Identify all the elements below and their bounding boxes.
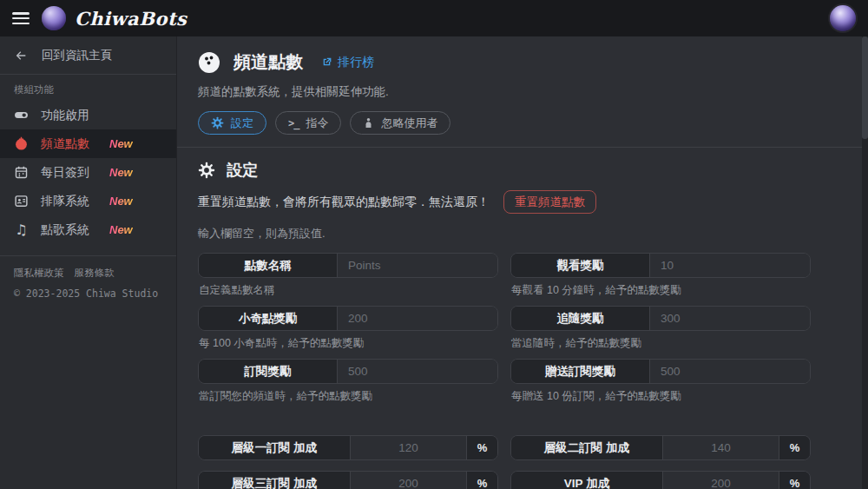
gear-icon (211, 116, 224, 129)
percent-suffix: % (466, 436, 497, 459)
points-ball-icon (198, 51, 220, 74)
tab-label: 忽略使用者 (381, 116, 437, 131)
points-name-input[interactable] (338, 254, 497, 277)
sidebar-item-label: 頻道點數 (41, 136, 89, 152)
form-spacer (198, 412, 811, 435)
sidebar: 回到資訊主頁 模組功能 功能啟用 頻道點數 New 每日簽到 New (0, 36, 177, 489)
field-label: 層級二訂閱 加成 (511, 436, 663, 459)
new-badge: New (109, 166, 133, 179)
reset-points-button[interactable]: 重置頻道點數 (503, 190, 596, 214)
scrollbar-track[interactable] (862, 36, 868, 489)
field-tier1-bonus: 層級一訂閱 加成 % (198, 435, 498, 460)
field-label: 贈送訂閱獎勵 (511, 360, 650, 383)
field-gift-sub-reward: 贈送訂閱獎勵 每贈送 10 份訂閱，給予的點數獎勵 (510, 359, 811, 412)
user-avatar[interactable] (830, 5, 856, 31)
field-label: 點數名稱 (199, 254, 338, 277)
vip-bonus-input[interactable] (663, 472, 779, 489)
tab-commands[interactable]: >_ 指令 (275, 111, 341, 135)
field-follow-reward: 追隨獎勵 當追隨時，給予的點數獎勵 (510, 306, 811, 359)
section-divider (177, 147, 868, 148)
sidebar-item-label: 功能啟用 (41, 108, 89, 123)
sub-reward-input[interactable] (338, 360, 497, 383)
settings-form: 點數名稱 自定義點數名稱 觀看獎勵 每觀看 10 分鐘時，給予的點數獎勵 小奇點… (198, 253, 811, 489)
follow-reward-input[interactable] (650, 307, 810, 330)
settings-gear-icon (198, 162, 215, 179)
settings-heading: 設定 (227, 160, 258, 181)
back-label: 回到資訊主頁 (42, 48, 112, 63)
brand-avatar (42, 6, 66, 30)
field-label: 訂閱獎勵 (199, 360, 338, 383)
tab-row: 設定 >_ 指令 忽略使用者 (198, 111, 847, 135)
leaderboard-link[interactable]: 排行榜 (321, 55, 374, 70)
field-label: 觀看獎勵 (511, 254, 650, 277)
tier3-bonus-input[interactable] (351, 472, 466, 489)
percent-suffix: % (466, 472, 497, 489)
tier1-bonus-input[interactable] (351, 436, 466, 459)
privacy-policy-link[interactable]: 隱私權政策 (14, 267, 64, 280)
top-bar: ChiwaBots (0, 0, 868, 36)
field-label: 小奇點獎勵 (199, 307, 338, 330)
field-helper: 自定義點數名稱 (199, 283, 497, 298)
brand[interactable]: ChiwaBots (42, 6, 187, 30)
back-arrow-icon (14, 49, 28, 63)
sidebar-item-channel-points[interactable]: 頻道點數 New (0, 129, 176, 158)
sidebar-item-label: 點歌系統 (41, 222, 89, 238)
page-title: 頻道點數 (233, 50, 303, 74)
terminal-icon: >_ (288, 117, 299, 129)
field-watch-reward: 觀看獎勵 每觀看 10 分鐘時，給予的點數獎勵 (510, 253, 811, 306)
field-tier3-bonus: 層級三訂閱 加成 % (198, 471, 498, 489)
field-points-name: 點數名稱 自定義點數名稱 (198, 253, 498, 306)
external-link-icon (321, 56, 332, 68)
tab-settings[interactable]: 設定 (198, 111, 266, 135)
point-icon (14, 136, 29, 151)
tab-label: 設定 (231, 116, 253, 131)
new-badge: New (109, 195, 133, 208)
field-label: VIP 加成 (511, 472, 663, 489)
copyright-text: © 2023-2025 Chiwa Studio (14, 287, 162, 300)
brand-name: ChiwaBots (75, 8, 187, 30)
sidebar-item-song-request[interactable]: ♫ 點歌系統 New (0, 215, 176, 244)
bits-reward-input[interactable] (338, 307, 497, 330)
terms-link[interactable]: 服務條款 (75, 267, 115, 280)
percent-suffix: % (779, 436, 810, 459)
hamburger-menu-icon[interactable] (12, 12, 30, 24)
sidebar-item-daily-checkin[interactable]: 每日簽到 New (0, 158, 176, 187)
tab-label: 指令 (306, 116, 328, 131)
field-helper: 每贈送 10 份訂閱，給予的點數獎勵 (511, 389, 810, 404)
main-content: 頻道點數 排行榜 頻道的點數系統，提供相關延伸功能. (177, 36, 868, 489)
calendar-icon (14, 165, 29, 180)
reset-warning-text: 重置頻道點數，會將所有觀眾的點數歸零．無法還原！ (198, 195, 490, 210)
field-label: 層級一訂閱 加成 (199, 436, 351, 459)
field-bits-reward: 小奇點獎勵 每 100 小奇點時，給予的點數獎勵 (198, 306, 498, 359)
field-label: 層級三訂閱 加成 (199, 472, 351, 489)
tier2-bonus-input[interactable] (663, 436, 779, 459)
field-tier2-bonus: 層級二訂閱 加成 % (510, 435, 811, 460)
tab-ignored-users[interactable]: 忽略使用者 (350, 111, 450, 135)
sidebar-item-queue-system[interactable]: 排隊系統 New (0, 187, 176, 215)
sidebar-item-label: 排隊系統 (41, 194, 89, 209)
sidebar-item-label: 每日簽到 (41, 165, 89, 181)
empty-default-note: 輸入欄留空，則為預設值. (198, 226, 847, 241)
person-icon (363, 117, 374, 129)
sidebar-item-feature-enable[interactable]: 功能啟用 (0, 101, 176, 129)
toggle-icon (14, 108, 29, 122)
queue-card-icon (14, 194, 29, 208)
field-helper: 每 100 小奇點時，給予的點數獎勵 (199, 336, 497, 351)
watch-reward-input[interactable] (650, 254, 810, 277)
back-to-home-link[interactable]: 回到資訊主頁 (0, 36, 176, 75)
percent-suffix: % (779, 472, 810, 489)
scrollbar-thumb[interactable] (862, 36, 868, 139)
new-badge: New (109, 223, 133, 236)
field-vip-bonus: VIP 加成 % (510, 471, 811, 489)
new-badge: New (109, 137, 133, 150)
field-helper: 每觀看 10 分鐘時，給予的點數獎勵 (511, 283, 810, 298)
gift-sub-reward-input[interactable] (650, 360, 810, 383)
sidebar-section-label: 模組功能 (0, 75, 176, 101)
field-helper: 當追隨時，給予的點數獎勵 (511, 336, 810, 351)
field-label: 追隨獎勵 (511, 307, 650, 330)
field-helper: 當訂閱您的頻道時，給予的點數獎勵 (199, 389, 497, 404)
page-subtitle: 頻道的點數系統，提供相關延伸功能. (198, 84, 847, 100)
sidebar-footer: 隱私權政策 服務條款 © 2023-2025 Chiwa Studio (0, 255, 176, 310)
field-sub-reward: 訂閱獎勵 當訂閱您的頻道時，給予的點數獎勵 (198, 359, 498, 412)
music-note-icon: ♫ (14, 222, 29, 237)
